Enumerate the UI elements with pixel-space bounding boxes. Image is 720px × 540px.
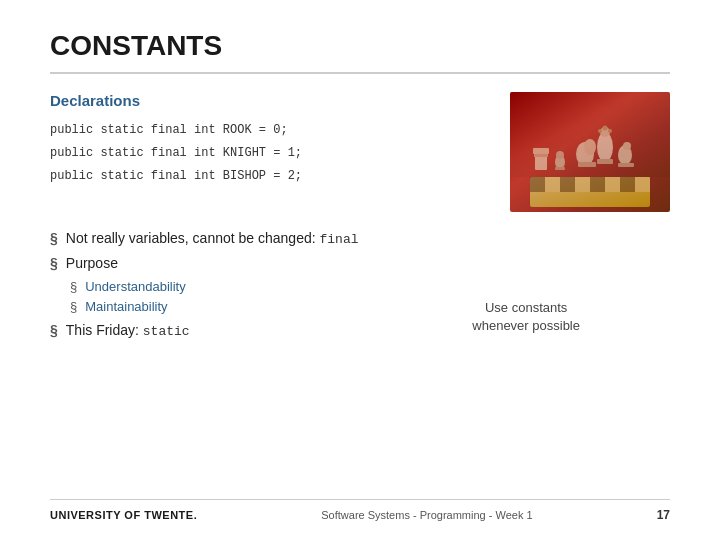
svg-rect-6 bbox=[590, 177, 605, 192]
left-content: Declarations public static final int ROO… bbox=[50, 92, 510, 187]
svg-rect-7 bbox=[605, 177, 620, 192]
code-final: final bbox=[320, 232, 359, 247]
code-static: static bbox=[143, 324, 190, 339]
svg-rect-3 bbox=[545, 177, 560, 192]
sub-bullet-text-1: Understandability bbox=[85, 279, 185, 294]
sub-bullet-1: § Understandability bbox=[70, 279, 670, 294]
code-line-3: public static final int BISHOP = 2; bbox=[50, 165, 490, 188]
svg-rect-4 bbox=[560, 177, 575, 192]
bullet-item-1: § Not really variables, cannot be change… bbox=[50, 230, 670, 247]
sub-bullet-marker-2: § bbox=[70, 299, 77, 314]
use-constants-note: Use constants whenever possible bbox=[472, 299, 580, 335]
sub-bullet-text-2: Maintainability bbox=[85, 299, 167, 314]
bullet-item-2: § Purpose bbox=[50, 255, 670, 271]
svg-rect-2 bbox=[530, 177, 545, 192]
content-area: Declarations public static final int ROO… bbox=[50, 92, 670, 212]
bullet-text-1: Not really variables, cannot be changed:… bbox=[66, 230, 670, 247]
bullet-section: § Not really variables, cannot be change… bbox=[50, 230, 670, 339]
code-block: public static final int ROOK = 0; public… bbox=[50, 119, 490, 187]
use-constants-line2: whenever possible bbox=[472, 318, 580, 333]
code-line-2: public static final int KNIGHT = 1; bbox=[50, 142, 490, 165]
slide-title: CONSTANTS bbox=[50, 30, 670, 62]
chess-image bbox=[510, 92, 670, 212]
svg-rect-28 bbox=[510, 92, 670, 177]
bullet-marker-1: § bbox=[50, 230, 58, 246]
university-name: UNIVERSITY OF TWENTE. bbox=[50, 509, 197, 521]
svg-rect-9 bbox=[635, 177, 650, 192]
bottom-divider bbox=[50, 499, 670, 500]
use-constants-line1: Use constants bbox=[485, 300, 567, 315]
sub-bullet-marker-1: § bbox=[70, 279, 77, 294]
slide: CONSTANTS Declarations public static fin… bbox=[0, 0, 720, 540]
bullet-text-2: Purpose bbox=[66, 255, 670, 271]
declarations-label: Declarations bbox=[50, 92, 490, 109]
footer: UNIVERSITY OF TWENTE. Software Systems -… bbox=[50, 508, 670, 522]
bullet-marker-3: § bbox=[50, 322, 58, 338]
title-divider bbox=[50, 72, 670, 74]
svg-rect-5 bbox=[575, 177, 590, 192]
bullet-marker-2: § bbox=[50, 255, 58, 271]
svg-rect-8 bbox=[620, 177, 635, 192]
footer-course: Software Systems - Programming - Week 1 bbox=[321, 509, 532, 521]
sub-bullet-2: § Maintainability Use constants whenever… bbox=[70, 299, 670, 314]
code-line-1: public static final int ROOK = 0; bbox=[50, 119, 490, 142]
purpose-row: § Purpose § Understandability § Maintain… bbox=[50, 255, 670, 314]
footer-page: 17 bbox=[657, 508, 670, 522]
